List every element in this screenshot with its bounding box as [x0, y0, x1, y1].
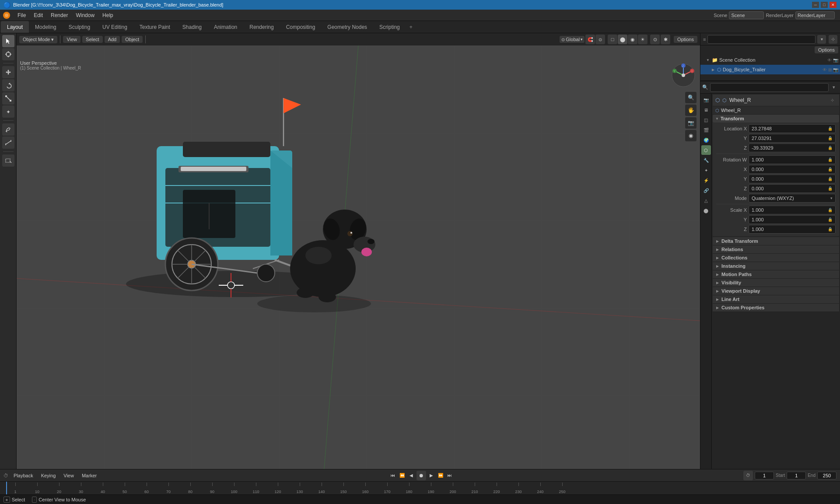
render-icon[interactable]: 📷: [833, 58, 838, 63]
scale-z-field[interactable]: 1.000 🔒: [749, 225, 836, 234]
menu-window[interactable]: Window: [72, 11, 98, 19]
add-menu[interactable]: Add: [105, 36, 120, 43]
props-physics-icon-btn[interactable]: ⚡: [701, 175, 711, 185]
select-menu[interactable]: Select: [82, 36, 103, 43]
current-frame-input[interactable]: [755, 472, 774, 480]
viewport-shading-wire[interactable]: □: [608, 35, 617, 44]
rotate-tool-button[interactable]: [2, 79, 14, 91]
tab-rendering[interactable]: Rendering: [243, 21, 280, 33]
lock-icon-rw[interactable]: 🔒: [828, 158, 833, 162]
marker-menu[interactable]: Marker: [79, 472, 99, 479]
lock-icon-sz[interactable]: 🔒: [828, 227, 833, 231]
outliner-scene-collection[interactable]: ▼ 📁 Scene Collection 👁 📷: [700, 55, 840, 65]
camera-view-button[interactable]: 📷: [685, 117, 696, 129]
rotation-x-field[interactable]: 0.000 🔒: [749, 165, 836, 174]
transform-origin-selector[interactable]: ⊙ Global ▾: [560, 36, 584, 43]
props-render-icon-btn[interactable]: 📷: [701, 95, 711, 105]
move-tool-button[interactable]: [2, 66, 14, 78]
play-button[interactable]: ⏺: [416, 471, 426, 480]
location-z-field[interactable]: -39.33929 🔒: [749, 144, 836, 152]
snap-toggle[interactable]: 🧲: [585, 35, 595, 44]
instancing-section[interactable]: ▶ Instancing: [713, 262, 839, 270]
props-filter-button[interactable]: ▾: [830, 83, 838, 92]
cursor-tool-button[interactable]: [2, 48, 14, 60]
tab-uv-editing[interactable]: UV Editing: [96, 21, 133, 33]
props-modifier-icon-btn[interactable]: 🔧: [701, 155, 711, 165]
obj-viewport-hide-icon[interactable]: ⊞: [828, 67, 832, 72]
add-workspace-button[interactable]: +: [406, 21, 416, 33]
select-tool-button[interactable]: [2, 35, 14, 47]
keying-menu[interactable]: Keying: [38, 472, 59, 479]
zoom-out-button[interactable]: 🖐: [685, 105, 696, 116]
viewport-shading-material[interactable]: ◉: [628, 35, 637, 44]
lock-icon-sy[interactable]: 🔒: [828, 217, 833, 222]
viewport-display-section[interactable]: ▶ Viewport Display: [713, 287, 839, 295]
prev-frame-button[interactable]: ◀: [407, 472, 415, 480]
collection-arrow[interactable]: ▼: [705, 58, 710, 62]
next-frame-button[interactable]: ▶: [427, 472, 435, 480]
end-frame-input[interactable]: [817, 472, 836, 480]
props-data-icon-btn[interactable]: △: [701, 196, 711, 205]
viewport-shading-render[interactable]: ☀: [638, 35, 648, 44]
tab-modeling[interactable]: Modeling: [29, 21, 63, 33]
tab-layout[interactable]: Layout: [1, 21, 29, 33]
options-button[interactable]: Options: [674, 36, 697, 43]
proportional-edit[interactable]: ⊙: [595, 35, 605, 44]
scale-tool-button[interactable]: [2, 92, 14, 105]
lock-icon-sx[interactable]: 🔒: [828, 208, 833, 212]
lock-icon-z[interactable]: 🔒: [828, 146, 833, 150]
props-scene-icon-btn[interactable]: 🎬: [701, 125, 711, 135]
tab-sculpting[interactable]: Sculpting: [63, 21, 96, 33]
next-keyframe-button[interactable]: ⏩: [437, 472, 444, 480]
viewport[interactable]: Object Mode ▾ View Select Add Object ⊙ G…: [17, 33, 700, 469]
line-art-section[interactable]: ▶ Line Art: [713, 295, 839, 304]
view-menu-timeline[interactable]: View: [61, 472, 77, 479]
lock-icon-rx[interactable]: 🔒: [828, 167, 833, 172]
tab-animation[interactable]: Animation: [208, 21, 243, 33]
props-constraints-icon-btn[interactable]: 🔗: [701, 186, 711, 195]
timeline-ruler[interactable]: 1 10 20 30 40 50: [0, 482, 840, 495]
props-output-icon-btn[interactable]: 🖥: [701, 105, 711, 115]
minimize-button[interactable]: ─: [812, 2, 819, 8]
jump-end-button[interactable]: ⏭: [446, 472, 454, 480]
location-y-field[interactable]: 27.03291 🔒: [749, 134, 836, 143]
rotation-z-field[interactable]: 0.000 🔒: [749, 184, 836, 193]
navigation-gizmo[interactable]: X Y Z: [670, 62, 696, 88]
relations-section[interactable]: ▶ Relations: [713, 245, 839, 254]
outliner-object-bicycle-trailer[interactable]: ▶ ⬡ Dog_Bicycle_Trailer 👁 ⊞ 📷: [700, 65, 840, 74]
custom-properties-section[interactable]: ▶ Custom Properties: [713, 304, 839, 312]
start-frame-input[interactable]: [787, 472, 806, 480]
obj-visibility-icon[interactable]: 👁: [822, 67, 827, 72]
props-object-icon-btn[interactable]: ⬡: [701, 145, 711, 155]
options-dropdown-button[interactable]: Options: [815, 46, 838, 53]
view-menu[interactable]: View: [63, 36, 80, 43]
transform-tool-button[interactable]: ✦: [2, 105, 14, 118]
tab-texture-paint[interactable]: Texture Paint: [133, 21, 176, 33]
window-controls[interactable]: ─ □ ✕: [812, 2, 836, 8]
menu-file[interactable]: File: [14, 11, 29, 19]
props-view-layer-icon-btn[interactable]: ◫: [701, 115, 711, 125]
outliner-search-input[interactable]: [707, 35, 816, 44]
tab-shading[interactable]: Shading: [176, 21, 208, 33]
props-world-icon-btn[interactable]: 🌍: [701, 135, 711, 145]
tab-compositing[interactable]: Compositing: [280, 21, 322, 33]
visibility-icon[interactable]: 👁: [827, 58, 832, 63]
viewport-overlay-toggle[interactable]: ⊙: [650, 35, 660, 44]
outliner-filter-button[interactable]: ▾: [817, 35, 826, 44]
delta-transform-section[interactable]: ▶ Delta Transform: [713, 237, 839, 245]
prev-keyframe-button[interactable]: ⏪: [398, 472, 406, 480]
props-search-input[interactable]: [710, 83, 829, 92]
viewport-gizmo-toggle[interactable]: ✱: [661, 35, 670, 44]
object-options-button[interactable]: ⊹: [829, 96, 836, 104]
transform-header[interactable]: ▼ Transform: [713, 115, 839, 122]
location-x-field[interactable]: 23.27848 🔒: [749, 124, 836, 133]
jump-start-button[interactable]: ⏮: [389, 472, 397, 480]
scale-x-field[interactable]: 1.000 🔒: [749, 206, 836, 214]
outliner-options-button[interactable]: ⊹: [829, 35, 837, 44]
render-layer-selector[interactable]: RenderLayer: [795, 11, 835, 19]
scale-y-field[interactable]: 1.000 🔒: [749, 215, 836, 224]
lock-icon-ry[interactable]: 🔒: [828, 177, 833, 181]
object-arrow[interactable]: ▶: [710, 68, 716, 72]
close-button[interactable]: ✕: [830, 2, 836, 8]
props-material-icon-btn[interactable]: ⬤: [701, 206, 711, 215]
